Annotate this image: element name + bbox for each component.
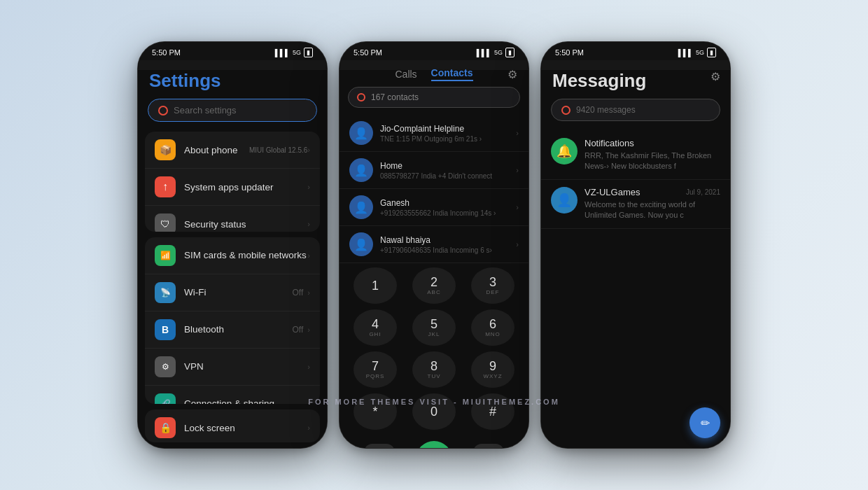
wifi-icon: 📡 [155,282,176,303]
sim-label: SIM cards & mobile networks [184,250,307,260]
dialpad-key-3[interactable]: 3DEF [471,267,514,304]
dialpad-key-0[interactable]: 0 [412,393,456,430]
msg-search-icon [561,106,570,115]
security-label: Security status [184,219,307,230]
updater-chevron: › [307,183,310,191]
signal-icon-3: ▌▌▌ [678,49,693,57]
contact-item-3[interactable]: 👤 Nawal bhaiya +917906048635 India Incom… [340,226,528,263]
battery-icon-3: ▮ [707,48,716,57]
lockscreen-chevron: › [307,424,310,432]
dialpad-key-6[interactable]: 6MNO [471,309,514,346]
contact-chevron-0: › [516,129,519,137]
bluetooth-icon: B [155,319,176,340]
contact-item-2[interactable]: 👤 Ganesh +919263555662 India Incoming 14… [340,189,528,226]
network-icon-2: 5G [494,49,503,56]
dialpad-key-hash[interactable]: # [471,393,514,430]
status-icons-1: ▌▌▌ 5G ▮ [275,48,313,57]
calls-bottom-bar: □ 📞 ▽ [340,435,528,448]
compose-button[interactable]: ✏ [690,407,720,438]
connection-label: Connection & sharing [184,398,307,404]
messaging-screen: ⚙ Messaging 9420 messages 🔔 Notification… [541,60,730,448]
dialpad-row-4: * 0 # [354,393,514,430]
vpn-chevron: › [307,363,310,371]
settings-item-sim[interactable]: 📶 SIM cards & mobile networks › [145,237,320,274]
dialpad-key-2[interactable]: 2ABC [412,267,456,304]
calls-search-bar[interactable]: 167 contacts [348,87,520,108]
dialpad-key-1[interactable]: 1 [354,267,397,304]
dialpad-key-5[interactable]: 5JKL [412,309,456,346]
status-bar-3: 5:50 PM ▌▌▌ 5G ▮ [541,42,730,60]
about-chevron: › [307,146,310,154]
dialpad: 1 2ABC 3DEF 4GHI 5JKL 6MNO 7PQRS 8TUV 9W… [340,263,528,435]
messaging-gear-icon[interactable]: ⚙ [710,70,720,83]
contact-avatar-0: 👤 [349,121,373,145]
status-bar-1: 5:50 PM ▌▌▌ 5G ▮ [138,42,327,60]
dialpad-key-7[interactable]: 7PQRS [354,351,397,388]
settings-item-connection[interactable]: 🔗 Connection & sharing › [145,386,320,404]
contact-name-3: Nawal bhaiya [380,235,516,245]
battery-icon-1: ▮ [304,48,313,57]
contact-detail-2: +919263555662 India Incoming 14s › [380,209,516,217]
nav-button[interactable]: ▽ [473,444,504,448]
call-button[interactable]: 📞 [416,441,452,448]
contacts-count: 167 contacts [371,92,419,102]
contact-detail-0: TNE 1:15 PM Outgoing 6m 21s › [380,135,516,143]
contact-info-0: Jio-Complaint Helpline TNE 1:15 PM Outgo… [380,124,516,143]
about-icon: 📦 [155,139,176,160]
dialpad-key-star[interactable]: * [354,393,397,430]
notifications-header: Notifications [584,138,720,148]
network-icon-1: 5G [293,49,301,56]
settings-group-1: 📦 About phone MIUI Global 12.5.6 › ↑ Sys… [145,132,320,232]
settings-item-about[interactable]: 📦 About phone MIUI Global 12.5.6 › [145,132,320,169]
updater-icon: ↑ [155,176,176,197]
search-icon [158,106,168,115]
about-sublabel: MIUI Global 12.5.6 [249,146,307,154]
tab-calls[interactable]: Calls [395,69,416,80]
settings-group-2: 📶 SIM cards & mobile networks › 📡 Wi-Fi … [145,237,320,404]
contact-info-1: Home 0885798277 India +4 Didn't connect [380,161,516,180]
status-icons-2: ▌▌▌ 5G ▮ [477,48,514,57]
contact-name-1: Home [380,161,516,171]
dialpad-row-3: 7PQRS 8TUV 9WXYZ [354,351,514,388]
vzulgames-content: VZ-ULGames Jul 9, 2021 Welcome to the ex… [584,187,720,221]
connection-chevron: › [307,400,310,404]
contact-item-0[interactable]: 👤 Jio-Complaint Helpline TNE 1:15 PM Out… [340,115,528,152]
settings-item-wifi[interactable]: 📡 Wi-Fi Off › [145,274,320,312]
notifications-avatar: 🔔 [551,138,578,164]
msg-item-vzulgames[interactable]: 👤 VZ-ULGames Jul 9, 2021 Welcome to the … [541,180,730,229]
back-button[interactable]: □ [364,444,395,448]
dialpad-key-9[interactable]: 9WXYZ [471,351,514,388]
settings-search-bar[interactable]: Search settings [148,99,317,122]
settings-item-security[interactable]: 🛡 Security status › [145,206,320,232]
contact-avatar-1: 👤 [349,158,373,182]
calls-search-icon [357,93,365,102]
calls-screen: Calls Contacts ⚙ 167 contacts 👤 Jio-Comp… [340,60,528,448]
tab-contacts[interactable]: Contacts [431,67,473,81]
settings-item-updater[interactable]: ↑ System apps updater › [145,169,320,206]
wifi-label: Wi-Fi [184,287,293,298]
settings-item-vpn[interactable]: ⚙ VPN › [145,349,320,386]
settings-item-lockscreen[interactable]: 🔒 Lock screen › [145,410,320,442]
vzulgames-header: VZ-ULGames Jul 9, 2021 [584,187,720,197]
about-label: About phone [184,145,245,155]
gear-icon[interactable]: ⚙ [507,68,517,81]
contact-item-1[interactable]: 👤 Home 0885798277 India +4 Didn't connec… [340,152,528,189]
vpn-icon: ⚙ [155,356,176,377]
dialpad-key-8[interactable]: 8TUV [412,351,456,388]
msg-count: 9420 messages [576,105,636,115]
time-1: 5:50 PM [152,48,181,57]
status-icons-3: ▌▌▌ 5G ▮ [678,48,716,57]
contact-name-2: Ganesh [380,198,516,208]
msg-item-notifications[interactable]: 🔔 Notifications RRR, The Kashmir Files, … [541,131,730,180]
dialpad-key-4[interactable]: 4GHI [354,309,397,346]
network-icon-3: 5G [696,49,704,56]
phone-messaging: 5:50 PM ▌▌▌ 5G ▮ ⚙ Messaging 9420 messag… [541,42,730,448]
settings-item-bluetooth[interactable]: B Bluetooth Off › [145,312,320,349]
settings-screen: Settings Search settings 📦 About phone M… [138,60,327,448]
signal-icon-1: ▌▌▌ [275,49,290,57]
lockscreen-icon: 🔒 [155,417,176,438]
settings-group-3: 🔒 Lock screen › [145,410,320,442]
messaging-search-bar[interactable]: 9420 messages [551,99,720,121]
notifications-preview: RRR, The Kashmir Files, The Broken News-… [584,150,720,172]
calls-header: Calls Contacts ⚙ [340,60,528,87]
